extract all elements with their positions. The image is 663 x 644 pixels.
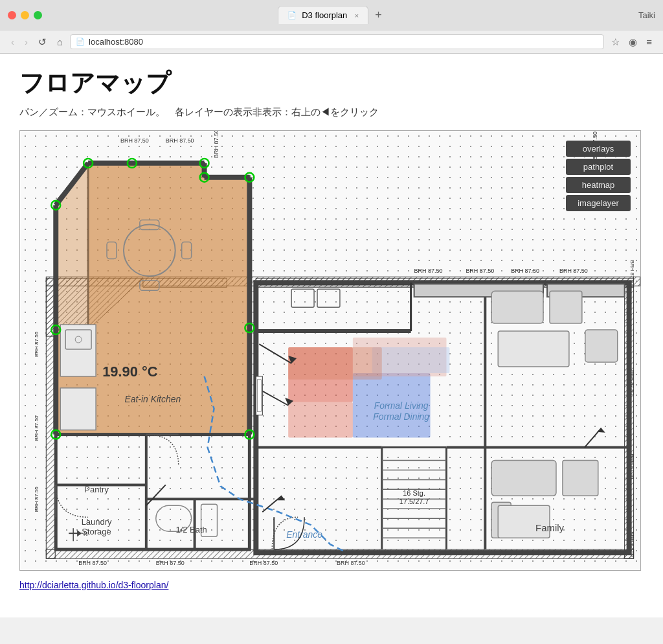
pantry-label: Pantry: [84, 485, 109, 494]
svg-rect-85: [491, 291, 543, 323]
svg-line-97: [259, 389, 288, 406]
address-input[interactable]: [89, 37, 598, 47]
svg-rect-73: [288, 347, 382, 380]
svg-rect-87: [498, 331, 569, 367]
tab-page-icon: 📄: [287, 11, 297, 19]
family-label: Family: [535, 522, 565, 533]
user-name: Taiki: [616, 10, 655, 20]
svg-text:BRH 87.50: BRH 87.50: [511, 268, 539, 274]
laundry-storage-label: Laundry: [82, 517, 112, 527]
svg-text:BRH 87.50: BRH 87.50: [34, 487, 39, 512]
new-tab-button[interactable]: +: [368, 5, 388, 25]
page-icon: 📄: [76, 38, 85, 46]
stairs-label: 16 Stg.: [403, 489, 425, 497]
forward-button[interactable]: ›: [21, 35, 31, 49]
svg-rect-90: [563, 461, 598, 496]
svg-text:BRH 87.50: BRH 87.50: [34, 331, 39, 357]
svg-line-99: [146, 485, 166, 505]
svg-rect-84: [317, 289, 340, 307]
pathplot-button[interactable]: pathplot: [566, 159, 631, 175]
svg-text:Storage: Storage: [82, 527, 111, 536]
heatmap-button[interactable]: heatmap: [566, 177, 631, 193]
svg-text:BRH 87.50: BRH 87.50: [156, 560, 185, 566]
window-controls: [8, 11, 42, 19]
imagelayer-button[interactable]: imagelayer: [566, 195, 631, 211]
menu-button[interactable]: ≡: [643, 35, 655, 49]
half-bath-label: 1/2 Bath: [175, 525, 207, 535]
svg-rect-119: [256, 376, 262, 415]
page-subtitle: パン／ズーム：マウスホイール。 各レイヤーの表示非表示：右上の◀をクリック: [19, 106, 644, 119]
svg-rect-72: [372, 347, 450, 373]
svg-text:BRH 87.50: BRH 87.50: [166, 137, 194, 144]
svg-text:BRH 87.50: BRH 87.50: [213, 131, 219, 158]
page-title: フロアマップ: [19, 67, 644, 100]
back-button[interactable]: ‹: [8, 35, 17, 49]
svg-text:BRH 87.50: BRH 87.50: [559, 268, 588, 274]
svg-marker-122: [597, 428, 605, 433]
svg-text:BRH 87.50: BRH 87.50: [337, 560, 365, 566]
address-bar[interactable]: 📄: [70, 34, 604, 49]
close-window-button[interactable]: [8, 11, 16, 19]
tab-close-button[interactable]: ×: [355, 12, 359, 19]
svg-text:BRH 87.50: BRH 87.50: [466, 268, 494, 274]
overlays-button[interactable]: overlays: [566, 141, 631, 157]
browser-tab[interactable]: 📄 D3 floorplan ×: [278, 6, 368, 24]
svg-rect-89: [491, 461, 556, 496]
nav-bar: ‹ › ↺ ⌂ 📄 ☆ ◉ ≡: [0, 30, 663, 53]
svg-rect-69: [288, 402, 353, 438]
reload-button[interactable]: ↺: [35, 35, 50, 49]
svg-line-95: [259, 344, 291, 363]
eat-in-kitchen-label: Eat-in Kitchen: [124, 394, 181, 404]
svg-rect-86: [550, 291, 582, 323]
account-button[interactable]: ◉: [625, 35, 640, 49]
browser-chrome: 📄 D3 floorplan × + Taiki ‹ › ↺ ⌂ 📄 ☆ ◉ ≡: [0, 0, 663, 54]
svg-text:BRH 87.50: BRH 87.50: [414, 268, 443, 274]
formal-dining-label: Formal Dining: [373, 411, 429, 422]
page-link[interactable]: http://dciarletta.github.io/d3-floorplan…: [19, 580, 644, 590]
nav-actions: ☆ ◉ ≡: [608, 35, 655, 49]
home-button[interactable]: ⌂: [54, 35, 66, 49]
page-content: フロアマップ パン／ズーム：マウスホイール。 各レイヤーの表示非表示：右上の◀を…: [0, 54, 663, 617]
maximize-window-button[interactable]: [34, 11, 42, 19]
entrance-label: Entrance: [286, 529, 322, 540]
bookmark-button[interactable]: ☆: [608, 35, 623, 49]
overlay-panel: overlays pathplot heatmap imagelayer: [566, 141, 631, 211]
svg-text:BRH 87.50: BRH 87.50: [249, 560, 278, 566]
minimize-window-button[interactable]: [21, 11, 29, 19]
temp-label: 19.90 °C: [102, 363, 158, 380]
title-bar: 📄 D3 floorplan × + Taiki: [0, 0, 663, 30]
svg-rect-88: [585, 330, 618, 362]
svg-rect-79: [60, 388, 96, 430]
svg-text:17.5/27.7: 17.5/27.7: [399, 498, 429, 505]
floorplan-container[interactable]: BRH 87.50 BRH 87.50 BRH 87.50 BRH 87.50 …: [19, 130, 641, 571]
svg-marker-103: [77, 530, 82, 536]
tab-title: D3 floorplan: [302, 10, 347, 20]
svg-text:BRH 87.50: BRH 87.50: [120, 137, 149, 144]
floorplan-svg[interactable]: BRH 87.50 BRH 87.50 BRH 87.50 BRH 87.50 …: [20, 131, 640, 570]
svg-text:BRH 87.50: BRH 87.50: [34, 415, 39, 441]
svg-text:BRH 87.50: BRH 87.50: [78, 560, 107, 566]
formal-living-label: Formal Living: [374, 400, 429, 411]
svg-rect-83: [291, 289, 314, 307]
